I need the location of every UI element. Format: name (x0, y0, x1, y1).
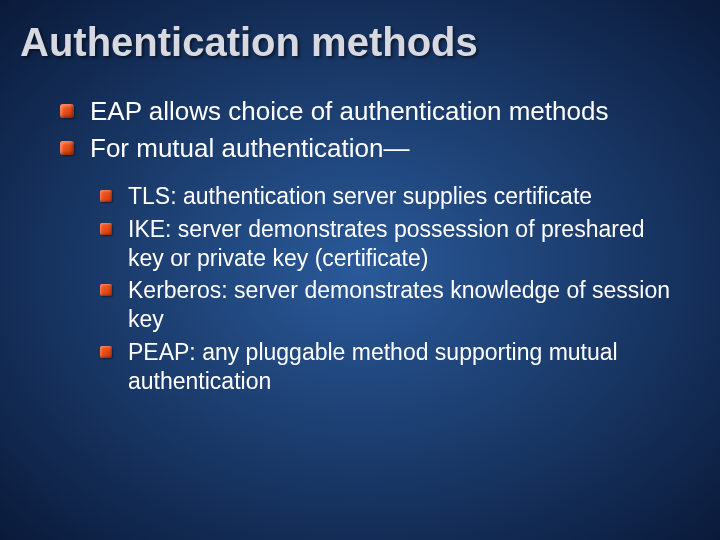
slide-content: EAP allows choice of authentication meth… (0, 75, 720, 419)
list-item: Kerberos: server demonstrates knowledge … (100, 276, 680, 334)
list-item: PEAP: any pluggable method supporting mu… (100, 338, 680, 396)
list-item: IKE: server demonstrates possession of p… (100, 215, 680, 273)
list-item: TLS: authentication server supplies cert… (100, 182, 680, 211)
list-item: For mutual authentication— (60, 132, 680, 165)
list-item: EAP allows choice of authentication meth… (60, 95, 680, 128)
sub-bullet-list: TLS: authentication server supplies cert… (100, 182, 680, 395)
slide-title: Authentication methods (0, 0, 720, 75)
main-bullet-list: EAP allows choice of authentication meth… (60, 95, 680, 164)
